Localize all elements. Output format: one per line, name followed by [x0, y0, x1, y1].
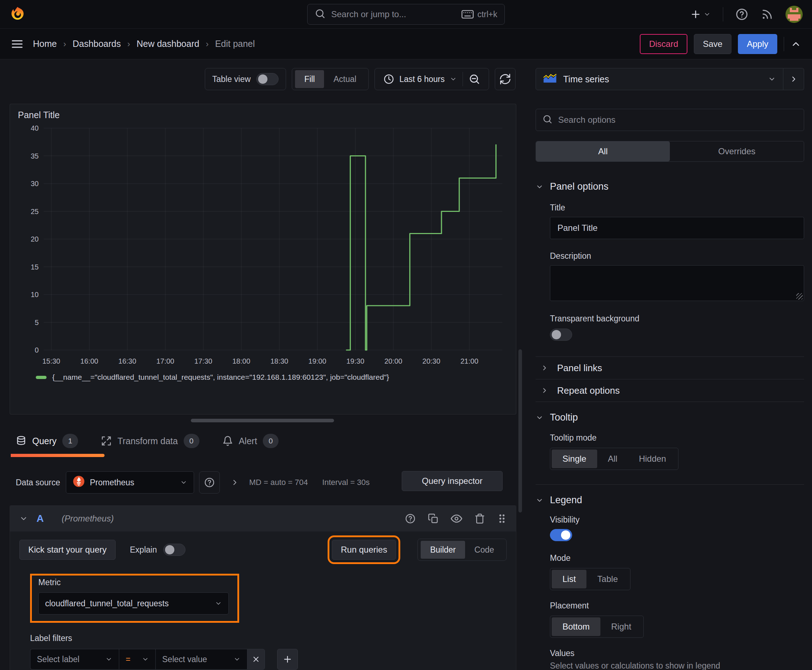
visualization-name: Time series — [563, 74, 609, 85]
fill-option[interactable]: Fill — [295, 70, 324, 88]
svg-text:18:30: 18:30 — [270, 357, 288, 365]
chevron-down-icon — [768, 75, 776, 83]
actual-option[interactable]: Actual — [324, 70, 366, 88]
tooltip-mode-hidden[interactable]: Hidden — [628, 450, 676, 468]
operator-value: = — [125, 655, 131, 664]
zoom-out-icon[interactable] — [463, 73, 486, 85]
svg-text:15:30: 15:30 — [42, 357, 60, 365]
breadcrumb-separator: › — [63, 39, 66, 49]
global-search[interactable]: ctrl+k — [307, 4, 505, 25]
query-help-icon[interactable] — [405, 513, 416, 524]
breadcrumb: Home › Dashboards › New dashboard › Edit… — [33, 39, 255, 49]
svg-text:20:00: 20:00 — [385, 357, 402, 365]
apply-button[interactable]: Apply — [738, 34, 777, 54]
tab-all[interactable]: All — [536, 141, 670, 161]
explain-toggle[interactable] — [163, 544, 185, 556]
toggle-viz-picker-button[interactable] — [783, 68, 804, 90]
operator-dropdown[interactable]: = — [119, 649, 155, 670]
add-new-button[interactable] — [690, 8, 711, 20]
kick-start-button[interactable]: Kick start your query — [19, 540, 116, 560]
legend-mode-label: Mode — [550, 553, 804, 563]
vertical-scrollbar[interactable] — [519, 349, 522, 513]
builder-option[interactable]: Builder — [421, 541, 465, 559]
news-rss-icon[interactable] — [760, 8, 773, 21]
discard-button[interactable]: Discard — [640, 34, 687, 54]
metric-select[interactable]: cloudflared_tunnel_total_requests — [38, 592, 229, 614]
query-row-header[interactable]: A (Prometheus) — [10, 506, 516, 531]
time-range-picker[interactable]: Last 6 hours — [378, 74, 463, 85]
svg-text:19:00: 19:00 — [308, 357, 326, 365]
chevron-right-icon — [541, 364, 549, 372]
query-inspector-button[interactable]: Query inspector — [402, 471, 503, 491]
search-input[interactable] — [331, 9, 456, 19]
run-queries-button[interactable]: Run queries — [332, 540, 396, 560]
options-expand-icon[interactable] — [231, 478, 239, 487]
options-search-input[interactable] — [558, 115, 797, 125]
hide-response-icon[interactable] — [451, 513, 462, 524]
top-bar: ctrl+k — [0, 0, 812, 29]
table-view-toggle[interactable] — [256, 73, 278, 85]
breadcrumb-home[interactable]: Home — [33, 39, 57, 49]
panel-options-header[interactable]: Panel options — [536, 181, 804, 192]
query-builder-toolbar: Kick start your query Explain Run querie… — [19, 539, 507, 561]
breadcrumb-new-dashboard[interactable]: New dashboard — [137, 39, 199, 49]
remove-filter-button[interactable] — [247, 649, 265, 670]
svg-text:30: 30 — [31, 180, 39, 188]
panel-title-input[interactable] — [550, 217, 804, 239]
tab-transform-count: 0 — [184, 434, 199, 448]
metric-label: Metric — [38, 578, 229, 587]
svg-text:20:30: 20:30 — [422, 357, 441, 365]
chevron-down-icon[interactable] — [19, 514, 28, 523]
builder-code-switch: Builder Code — [417, 539, 507, 561]
refresh-button[interactable] — [495, 68, 515, 90]
options-sidebar: Time series All Overrides Panel options … — [525, 59, 812, 670]
legend-placement-bottom[interactable]: Bottom — [552, 618, 600, 636]
transparent-background-toggle[interactable] — [550, 328, 572, 341]
datasource-help-button[interactable] — [199, 471, 220, 494]
code-option[interactable]: Code — [465, 541, 503, 559]
duplicate-query-icon[interactable] — [428, 513, 439, 524]
svg-text:16:30: 16:30 — [119, 357, 136, 365]
help-icon[interactable] — [736, 8, 748, 21]
visualization-picker[interactable]: Time series — [536, 68, 783, 90]
tab-alert[interactable]: Alert 0 — [222, 431, 278, 451]
tab-transform[interactable]: Transform data 0 — [101, 431, 199, 451]
svg-text:0: 0 — [35, 346, 39, 354]
breadcrumb-dashboards[interactable]: Dashboards — [73, 39, 121, 49]
legend-series-label[interactable]: {__name__="cloudflared_tunnel_total_requ… — [52, 373, 389, 382]
chevron-down-icon — [234, 656, 241, 663]
drag-handle-icon[interactable] — [497, 513, 507, 524]
chevron-down-icon — [105, 656, 112, 663]
delete-query-icon[interactable] — [475, 513, 485, 524]
save-button[interactable]: Save — [694, 34, 731, 54]
panel-resize-handle[interactable] — [191, 419, 334, 422]
description-textarea[interactable] — [550, 265, 804, 301]
legend-mode-list[interactable]: List — [552, 570, 587, 589]
legend-placement-right[interactable]: Right — [600, 618, 642, 636]
menu-icon[interactable] — [11, 37, 24, 51]
panel-links-label: Panel links — [557, 362, 602, 374]
user-avatar[interactable] — [785, 6, 803, 23]
keyboard-shortcut-hint: ctrl+k — [461, 10, 497, 19]
tooltip-mode-single[interactable]: Single — [552, 450, 597, 468]
prometheus-icon — [73, 475, 85, 490]
repeat-options-section[interactable]: Repeat options — [536, 379, 804, 401]
legend-visibility-toggle[interactable] — [550, 529, 572, 541]
time-series-chart[interactable]: 051015202530354015:3016:0016:3017:0017:3… — [18, 122, 509, 372]
resize-grip[interactable] — [796, 293, 803, 299]
grafana-logo[interactable] — [9, 6, 26, 22]
select-value-dropdown[interactable]: Select value — [155, 649, 247, 670]
tooltip-mode-all[interactable]: All — [597, 450, 628, 468]
legend-mode-table[interactable]: Table — [587, 570, 628, 589]
add-filter-button[interactable] — [277, 649, 298, 670]
tab-query[interactable]: Query 1 — [16, 431, 78, 451]
panel-links-section[interactable]: Panel links — [536, 357, 804, 379]
tab-overrides[interactable]: Overrides — [670, 141, 804, 161]
grafana-edit-panel-page: ctrl+k — [0, 0, 812, 670]
datasource-picker[interactable]: Prometheus — [66, 471, 194, 494]
collapse-header-icon[interactable] — [790, 39, 801, 49]
tooltip-header[interactable]: Tooltip — [536, 412, 804, 423]
options-search[interactable] — [536, 109, 804, 131]
select-label-dropdown[interactable]: Select label — [30, 649, 119, 670]
legend-header[interactable]: Legend — [536, 495, 804, 506]
